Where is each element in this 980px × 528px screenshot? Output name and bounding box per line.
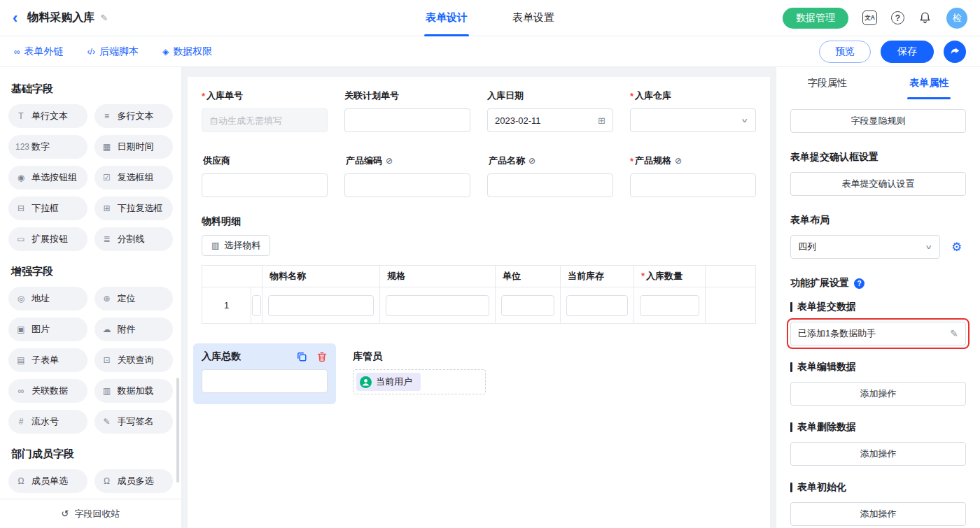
sidebar-field-item[interactable]: ▦ 日期时间 (94, 135, 174, 159)
sidebar-field-item[interactable]: ◎ 地址 (8, 287, 88, 311)
inbound-no-input[interactable] (202, 108, 328, 132)
tab-field-properties[interactable]: 字段属性 (776, 67, 878, 99)
total-qty-input[interactable] (202, 369, 328, 393)
share-button[interactable] (944, 41, 966, 63)
sidebar-field-item[interactable]: T 单行文本 (8, 104, 88, 128)
field-inbound-no[interactable]: *入库单号 (202, 90, 328, 132)
data-assistant-control[interactable]: 已添加1条数据助手 ✎ (790, 322, 966, 345)
spec-input[interactable] (386, 295, 489, 316)
field-label: 入库单号 (206, 90, 243, 102)
form-field[interactable]: * 产品规格 ⊘ (630, 155, 756, 197)
layout-select[interactable]: 四列 ∨ (790, 235, 940, 259)
sidebar-field-item[interactable]: Ω 成员单选 (8, 469, 88, 493)
current-stock-input[interactable] (566, 295, 628, 316)
copy-icon[interactable] (296, 351, 307, 362)
user-icon (360, 376, 372, 388)
date-input[interactable]: 2023-02-11 ⊞ (487, 108, 613, 132)
field-visibility-rules-button[interactable]: 字段显隐规则 (790, 109, 966, 133)
sidebar-field-item[interactable]: ⊕ 定位 (94, 287, 174, 311)
hidden-subcolumn-input[interactable] (252, 295, 261, 316)
back-icon[interactable]: ‹ (13, 10, 18, 26)
sidebar-field-item[interactable]: Ω 成员多选 (94, 469, 174, 493)
sidebar-field-item[interactable]: ∞ 关联数据 (8, 379, 88, 403)
text-input[interactable] (202, 173, 328, 197)
sidebar-field-item[interactable]: ☑ 复选框组 (94, 166, 174, 190)
field-recycle-bin[interactable]: ↺ 字段回收站 (0, 499, 181, 528)
column-header: 规格 (380, 266, 496, 287)
field-item-label: 扩展按钮 (31, 233, 68, 245)
help-icon[interactable]: ? (891, 11, 904, 24)
pick-material-button[interactable]: ▥ 选择物料 (202, 235, 270, 256)
sidebar-field-item[interactable]: 123 数字 (8, 135, 88, 159)
edit-icon[interactable]: ✎ (950, 328, 958, 339)
add-action-button[interactable]: 添加操作 (790, 502, 966, 526)
shield-icon: ◈ (162, 47, 169, 57)
sidebar-field-item[interactable]: ⊡ 关联查询 (94, 348, 174, 372)
sidebar-field-item[interactable]: ☁ 附件 (94, 317, 174, 341)
save-button[interactable]: 保存 (881, 41, 934, 63)
gear-icon[interactable]: ⚙ (951, 240, 962, 255)
sidebar-field-item[interactable]: ▤ 子表单 (8, 348, 88, 372)
member-input[interactable]: 当前用户 (353, 369, 486, 394)
form-field[interactable]: 产品名称 ⊘ (487, 155, 613, 197)
sidebar-field-item[interactable]: ✎ 手写签名 (94, 410, 174, 434)
add-action-button[interactable]: 添加操作 (790, 442, 966, 466)
panel-action-section: 表单删除数据 添加操作 (790, 421, 966, 466)
avatar[interactable]: 检 (946, 8, 967, 29)
question-icon[interactable]: ? (854, 278, 864, 289)
preview-button[interactable]: 预览 (819, 41, 871, 63)
properties-panel: 字段属性 表单属性 字段显隐规则 表单提交确认框设置 表单提交确认设置 表单布局… (776, 67, 980, 528)
sidebar-field-item[interactable]: ▥ 数据加载 (94, 379, 174, 403)
sidebar-field-item[interactable]: ▣ 图片 (8, 317, 88, 341)
sidebar-field-item[interactable]: # 流水号 (8, 410, 88, 434)
form-field[interactable]: 产品编码 ⊘ (344, 155, 470, 197)
tab-form-properties[interactable]: 表单属性 (878, 67, 980, 99)
data-manage-button[interactable]: 数据管理 (783, 8, 848, 29)
field-type-icon: ≡ (102, 111, 113, 121)
field-item-label: 分割线 (118, 233, 145, 245)
field-item-label: 单选按钮组 (31, 171, 77, 184)
form-field[interactable]: 供应商 (202, 155, 328, 197)
sidebar-field-item[interactable]: ≡ 多行文本 (94, 104, 174, 128)
enhanced-field-grid: ◎ 地址 ⊕ 定位 ▣ 图片 ☁ 附件 (8, 287, 173, 434)
selected-field-total[interactable]: 入库总数 (193, 343, 336, 404)
field-warehouse-keeper[interactable]: 库管员 当前用户 (353, 343, 486, 404)
text-input[interactable] (344, 173, 470, 197)
field-warehouse[interactable]: *入库仓库 ∨ (630, 90, 756, 132)
field-plan-no[interactable]: 关联计划单号 (344, 90, 470, 132)
text-input[interactable] (487, 173, 613, 197)
tab-form-settings[interactable]: 表单设置 (511, 0, 556, 36)
field-type-icon: ☁ (102, 324, 113, 334)
sidebar-field-item[interactable]: ≣ 分割线 (94, 227, 174, 251)
sidebar-field-item[interactable]: ⊟ 下拉框 (8, 197, 88, 220)
material-name-input[interactable] (268, 295, 374, 316)
member-field-grid: Ω 成员单选 Ω 成员多选 (8, 469, 173, 493)
sidebar-field-item[interactable]: ▭ 扩展按钮 (8, 227, 88, 251)
subform-header-row: 物料名称 规格 单位 当前库存 *入库数量 (202, 266, 756, 287)
translate-icon[interactable]: 文A (862, 10, 877, 25)
sidebar-field-item[interactable]: ⊞ 下拉复选框 (94, 197, 174, 220)
sidebar-field-item[interactable]: ◉ 单选按钮组 (8, 166, 88, 190)
text-input[interactable] (630, 173, 756, 197)
submit-confirm-button[interactable]: 表单提交确认设置 (790, 172, 966, 196)
warehouse-select[interactable]: ∨ (630, 108, 756, 132)
sidebar-scrollbar[interactable] (176, 378, 179, 483)
backend-script-link[interactable]: ‹/› 后端脚本 (88, 45, 139, 58)
field-item-label: 流水号 (31, 415, 59, 428)
inbound-qty-input[interactable] (640, 295, 699, 316)
tab-form-design[interactable]: 表单设计 (424, 0, 469, 36)
current-user-tag[interactable]: 当前用户 (356, 373, 421, 391)
field-type-icon: ▦ (102, 142, 113, 152)
field-type-icon: ◉ (15, 173, 27, 183)
notification-bell-icon[interactable] (918, 11, 932, 25)
unit-input[interactable] (501, 295, 554, 316)
panel-action-section: 表单编辑数据 添加操作 (790, 361, 966, 406)
field-inbound-date[interactable]: 入库日期 2023-02-11 ⊞ (487, 90, 613, 132)
plan-no-input[interactable] (344, 108, 470, 132)
add-action-button[interactable]: 添加操作 (790, 382, 966, 406)
form-external-link[interactable]: ∞ 表单外链 (14, 45, 64, 58)
title-edit-icon[interactable]: ✎ (100, 13, 108, 23)
field-item-label: 数字 (31, 141, 50, 153)
trash-icon[interactable] (316, 351, 328, 362)
data-permission-link[interactable]: ◈ 数据权限 (162, 45, 212, 58)
